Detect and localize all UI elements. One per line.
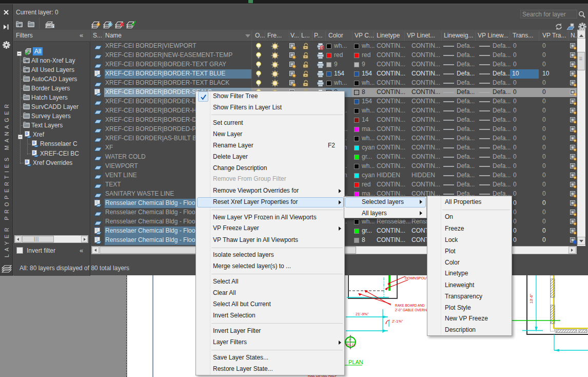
svg-text:13'-6": 13'-6" — [529, 294, 534, 304]
svg-text:2'-1⅝": 2'-1⅝" — [392, 319, 403, 324]
svg-text:PLAN: PLAN — [348, 359, 363, 365]
svg-text:2'-0" GABLE OVERHA: 2'-0" GABLE OVERHA — [395, 308, 429, 312]
svg-text:RAKE BOARD AND: RAKE BOARD AND — [395, 304, 425, 307]
svg-text:PS-11: PS-11 — [346, 343, 356, 347]
svg-text:21'-9⅝": 21'-9⅝" — [356, 312, 369, 316]
